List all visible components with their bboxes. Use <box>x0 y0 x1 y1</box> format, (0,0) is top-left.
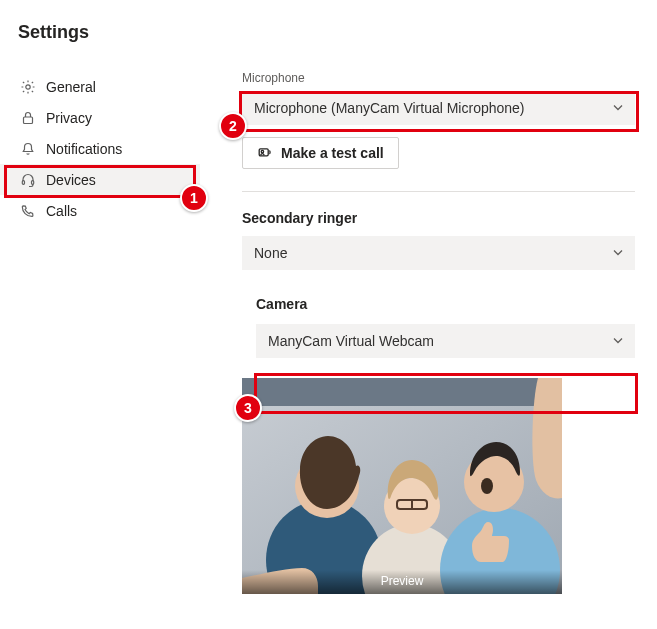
sidebar-item-notifications[interactable]: Notifications <box>0 133 200 164</box>
svg-point-5 <box>261 150 263 152</box>
sidebar-item-privacy[interactable]: Privacy <box>0 102 200 133</box>
sidebar-item-label: Devices <box>46 172 96 188</box>
settings-main: Microphone Microphone (ManyCam Virtual M… <box>200 71 657 594</box>
sidebar-item-label: General <box>46 79 96 95</box>
camera-preview-label: Preview <box>242 570 562 594</box>
sidebar-item-general[interactable]: General <box>0 71 200 102</box>
sidebar-item-label: Privacy <box>46 110 92 126</box>
microphone-selected: Microphone (ManyCam Virtual Microphone) <box>254 100 525 116</box>
svg-rect-2 <box>22 180 24 184</box>
secondary-ringer-dropdown[interactable]: None <box>242 236 635 270</box>
camera-preview: Preview <box>242 378 562 594</box>
camera-dropdown[interactable]: ManyCam Virtual Webcam <box>256 324 635 358</box>
microphone-dropdown[interactable]: Microphone (ManyCam Virtual Microphone) <box>242 91 635 125</box>
headset-icon <box>20 172 36 188</box>
svg-rect-3 <box>32 180 34 184</box>
svg-point-0 <box>26 84 30 88</box>
camera-section: Camera ManyCam Virtual Webcam <box>242 296 635 358</box>
sidebar-item-label: Calls <box>46 203 77 219</box>
lock-icon <box>20 110 36 126</box>
make-test-call-button[interactable]: Make a test call <box>242 137 399 169</box>
divider <box>242 191 635 192</box>
microphone-section: Microphone Microphone (ManyCam Virtual M… <box>200 71 635 594</box>
chevron-down-icon <box>611 100 625 117</box>
page-title: Settings <box>0 0 657 43</box>
camera-selected: ManyCam Virtual Webcam <box>268 333 434 349</box>
phone-icon <box>20 203 36 219</box>
test-call-label: Make a test call <box>281 145 384 161</box>
svg-rect-7 <box>242 378 562 406</box>
sidebar-item-devices[interactable]: Devices <box>0 164 200 195</box>
chevron-down-icon <box>611 245 625 262</box>
chevron-down-icon <box>611 333 625 350</box>
person-voice-icon <box>257 145 273 161</box>
microphone-label: Microphone <box>242 71 635 85</box>
sidebar-item-calls[interactable]: Calls <box>0 195 200 226</box>
svg-point-16 <box>481 478 493 494</box>
bell-icon <box>20 141 36 157</box>
svg-rect-1 <box>24 117 33 124</box>
secondary-ringer-selected: None <box>254 245 287 261</box>
gear-icon <box>20 79 36 95</box>
secondary-ringer-heading: Secondary ringer <box>242 210 635 226</box>
camera-heading: Camera <box>256 296 635 312</box>
settings-sidebar: General Privacy Notifications <box>0 71 200 594</box>
sidebar-item-label: Notifications <box>46 141 122 157</box>
